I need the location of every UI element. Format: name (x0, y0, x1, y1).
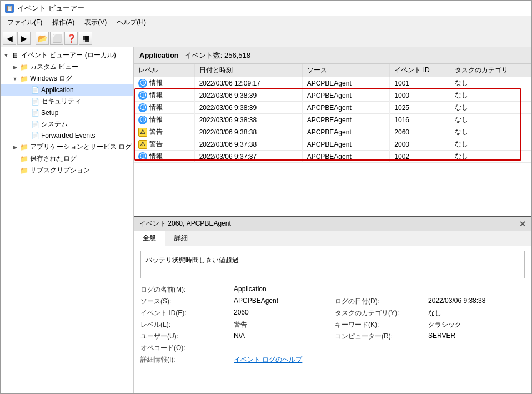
sidebar-windows-log-label: Windows ログ (30, 74, 72, 83)
view-button[interactable]: ▦ (79, 32, 92, 45)
system-expand-space (23, 122, 29, 127)
cell-datetime: 2022/03/06 9:37:37 (194, 151, 302, 163)
user-value: N/A (234, 332, 330, 341)
table-row[interactable]: ⓘ情報 2022/03/06 9:38:38 APCPBEAgent 1016 … (134, 114, 531, 126)
col-category: タスクのカテゴリ (450, 64, 531, 77)
setup-file-icon: 📄 (31, 108, 39, 117)
main-content: ▼ 🖥 イベント ビューアー (ローカル) ▶ 📁 カスタム ビュー ▼ 📁 W… (1, 47, 531, 393)
sidebar-root[interactable]: ▼ 🖥 イベント ビューアー (ローカル) (1, 49, 133, 61)
forwarded-file-icon: 📄 (31, 131, 39, 140)
tab-detail[interactable]: 詳細 (165, 231, 197, 246)
sidebar-item-windows-log[interactable]: ▼ 📁 Windows ログ (1, 73, 133, 84)
subscription-folder-icon: 📁 (19, 166, 28, 175)
forward-button[interactable]: ▶ (17, 32, 31, 45)
cell-category: なし (450, 126, 531, 138)
cell-source: APCPBEAgent (302, 151, 390, 163)
application-expand-space (23, 87, 29, 93)
detail-body: バッテリ状態時間しきい値超過 ログの名前(M): Application ソース… (134, 246, 531, 393)
sidebar-item-application[interactable]: 📄 Application (1, 84, 133, 96)
sidebar-app-service-label: アプリケーションとサービス ログ (30, 142, 132, 152)
cell-datetime: 2022/03/06 12:09:17 (194, 77, 302, 89)
menu-help[interactable]: ヘルプ(H) (112, 17, 150, 28)
spacer3v (428, 355, 525, 365)
sidebar-item-forwarded-events[interactable]: 📄 Forwarded Events (1, 130, 133, 141)
detail-header: イベント 2060, APCPBEAgent ✕ (134, 217, 531, 231)
cell-level: ⚠警告 (134, 126, 194, 138)
spacer1v (428, 285, 525, 295)
sidebar-item-custom-view[interactable]: ▶ 📁 カスタム ビュー (1, 61, 133, 73)
sidebar-item-saved-log[interactable]: 📁 保存されたログ (1, 153, 133, 164)
level-text: 情報 (149, 115, 163, 124)
event-count: イベント数: 256,518 (184, 51, 250, 61)
menu-action[interactable]: 操作(A) (48, 17, 79, 28)
cell-category: なし (450, 151, 531, 163)
cell-datetime: 2022/03/06 9:38:39 (194, 89, 302, 102)
table-row[interactable]: ⓘ情報 2022/03/06 9:37:37 APCPBEAgent 1002 … (134, 151, 531, 163)
task-category-label: タスクのカテゴリ(Y): (335, 308, 424, 318)
menu-file[interactable]: ファイル(F) (3, 17, 47, 28)
table-row[interactable]: ⚠警告 2022/03/06 9:37:38 APCPBEAgent 2000 … (134, 138, 531, 151)
table-row[interactable]: ⓘ情報 2022/03/06 9:38:39 APCPBEAgent 1000 … (134, 89, 531, 102)
cell-source: APCPBEAgent (302, 102, 390, 114)
sidebar-item-subscription[interactable]: 📁 サブスクリプション (1, 164, 133, 176)
root-expand-icon: ▼ (3, 53, 9, 58)
app-icon: 📋 (5, 4, 14, 13)
level-text: 情報 (149, 152, 163, 161)
windows-log-expand-icon: ▼ (12, 76, 18, 82)
level-value: 警告 (234, 320, 330, 330)
cell-level: ⓘ情報 (134, 151, 194, 163)
detail-close-button[interactable]: ✕ (519, 220, 526, 228)
cell-level: ⓘ情報 (134, 89, 194, 102)
eventid-label: イベント ID(E): (140, 308, 229, 318)
more-info-link[interactable]: イベント ログのヘルプ (234, 355, 330, 365)
sidebar-item-system[interactable]: 📄 システム (1, 118, 133, 130)
cell-category: なし (450, 77, 531, 89)
more-info-label: 詳細情報(I): (140, 355, 229, 365)
task-category-value: なし (428, 308, 525, 318)
spacer3 (335, 355, 424, 365)
app-service-expand-icon: ▶ (12, 144, 18, 150)
sidebar-item-app-service[interactable]: ▶ 📁 アプリケーションとサービス ログ (1, 141, 133, 153)
sidebar-root-label: イベント ビューアー (ローカル) (21, 51, 116, 60)
cell-eventid: 2060 (390, 126, 450, 138)
cell-category: なし (450, 114, 531, 126)
col-level: レベル (134, 64, 194, 77)
forwarded-expand-space (23, 133, 29, 138)
eventid-value: 2060 (234, 308, 330, 318)
detail-fields: ログの名前(M): Application ソース(S): APCPBEAgen… (140, 285, 525, 365)
level-label: レベル(L): (140, 320, 229, 330)
log-name-value: Application (234, 285, 330, 295)
sidebar-item-setup[interactable]: 📄 Setup (1, 107, 133, 118)
properties-button[interactable]: ⬜ (50, 32, 63, 45)
level-text: 警告 (149, 127, 163, 137)
warn-icon: ⚠ (138, 128, 147, 137)
tab-general[interactable]: 全般 (134, 231, 165, 246)
root-icon: 🖥 (11, 51, 19, 60)
custom-view-folder-icon: 📁 (19, 63, 28, 72)
source-value: APCPBEAgent (234, 297, 330, 306)
cell-level: ⓘ情報 (134, 102, 194, 114)
back-button[interactable]: ◀ (3, 32, 16, 45)
menu-bar: ファイル(F) 操作(A) 表示(V) ヘルプ(H) (1, 16, 531, 29)
saved-log-expand-space (12, 156, 18, 162)
sidebar-item-security[interactable]: 📄 セキュリティ (1, 96, 133, 107)
sidebar: ▼ 🖥 イベント ビューアー (ローカル) ▶ 📁 カスタム ビュー ▼ 📁 W… (1, 47, 134, 393)
app-service-folder-icon: 📁 (19, 143, 28, 152)
sidebar-security-label: セキュリティ (41, 97, 81, 106)
keyword-value: クラシック (428, 320, 525, 330)
cell-datetime: 2022/03/06 9:38:38 (194, 114, 302, 126)
right-panel: Application イベント数: 256,518 レベル 日付と時刻 ソース… (134, 47, 531, 393)
table-row[interactable]: ⓘ情報 2022/03/06 9:38:39 APCPBEAgent 1025 … (134, 102, 531, 114)
info-icon: ⓘ (138, 91, 147, 100)
table-row[interactable]: ⓘ情報 2022/03/06 12:09:17 APCPBEAgent 1001… (134, 77, 531, 89)
table-row[interactable]: ⚠警告 2022/03/06 9:38:38 APCPBEAgent 2060 … (134, 126, 531, 138)
cell-level: ⓘ情報 (134, 77, 194, 89)
open-button[interactable]: 📂 (36, 32, 49, 45)
menu-view[interactable]: 表示(V) (80, 17, 111, 28)
computer-label: コンピューター(R): (335, 332, 424, 341)
event-header-title: Application (139, 51, 179, 59)
setup-expand-space (23, 110, 29, 116)
help-button[interactable]: ❓ (64, 32, 78, 45)
sidebar-system-label: システム (41, 119, 68, 129)
level-text: 情報 (149, 91, 163, 100)
